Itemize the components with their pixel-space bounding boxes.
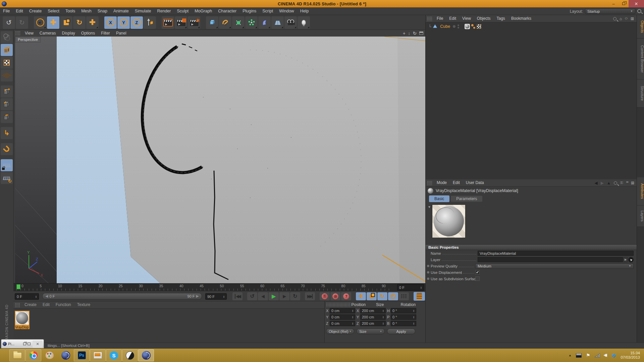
menu-edit[interactable]: Edit	[13, 7, 26, 15]
record-rotation-button[interactable]: ↻	[377, 292, 387, 300]
material-name[interactable]: VrayDisp	[15, 325, 30, 329]
axis-mode-button[interactable]: ↳	[1, 127, 13, 139]
anim-dot-icon[interactable]	[427, 265, 429, 267]
viewport-canvas[interactable]: Perspective	[15, 37, 426, 284]
frame-field-spinner[interactable]: 0 F ▲▼	[15, 293, 39, 300]
end-frame-spinner[interactable]: 90 F ▲▼	[205, 293, 227, 300]
taskbar-mail-button[interactable]	[90, 349, 106, 361]
object-row-cube[interactable]: └ Cube	[426, 23, 637, 30]
am-menu-userdata[interactable]: User Data	[463, 179, 487, 187]
add-array-button[interactable]	[245, 16, 258, 29]
search-icon[interactable]	[614, 181, 617, 185]
vp-menu-cameras[interactable]: Cameras	[37, 30, 59, 37]
dock-grip-icon[interactable]	[15, 303, 20, 307]
record-scale-button[interactable]	[367, 292, 377, 300]
taskbar-paint-button[interactable]	[42, 349, 57, 361]
path-icon[interactable]: ⬭	[625, 17, 628, 20]
size-z-input[interactable]: 200 cm▲▼	[360, 321, 386, 326]
menu-sculpt[interactable]: Sculpt	[174, 7, 192, 15]
lock-workplane-button[interactable]	[1, 159, 13, 171]
editor-visibility-dot[interactable]	[453, 25, 455, 28]
workplane-rotate-button[interactable]: ↻	[1, 172, 13, 184]
add-deformer-button[interactable]	[258, 16, 271, 29]
tab-attributes[interactable]: Attributes	[637, 177, 644, 205]
mini-maximize-icon[interactable]	[28, 343, 31, 345]
dock-grip-icon[interactable]	[15, 31, 20, 36]
use-subdivision-checkbox[interactable]	[475, 277, 480, 281]
layer-browse-icon[interactable]: ▶	[624, 257, 628, 262]
last-tool-button[interactable]: ✚	[86, 16, 99, 29]
menu-plugins[interactable]: Plugins	[239, 7, 259, 15]
prev-key-button[interactable]: ↺	[247, 292, 257, 300]
anim-dot-icon[interactable]	[427, 278, 429, 280]
search-icon[interactable]	[637, 9, 641, 13]
vp-menu-display[interactable]: Display	[59, 30, 78, 37]
tab-structure[interactable]: Structure	[637, 79, 644, 108]
render-settings-button[interactable]: ✱	[188, 16, 200, 29]
range-right-arrow-icon[interactable]: ▶	[196, 294, 199, 298]
search-icon[interactable]	[613, 17, 616, 20]
scale-tool-button[interactable]	[60, 16, 72, 29]
tab-parameters[interactable]: Parameters	[450, 195, 483, 202]
zoom-view-icon[interactable]: ↕	[408, 31, 411, 36]
record-pla-button[interactable]	[399, 292, 409, 300]
dock-grip-icon[interactable]	[427, 181, 432, 185]
mm-menu-create[interactable]: Create	[21, 301, 40, 309]
material-tag-icon[interactable]	[465, 24, 470, 29]
dock-grip-icon[interactable]	[326, 302, 351, 307]
record-parameter-button[interactable]: P	[388, 292, 398, 300]
menu-character[interactable]: Character	[215, 7, 239, 15]
up-arrow-icon[interactable]: ▲	[607, 181, 611, 185]
tab-content-browser[interactable]: Content Browser	[637, 39, 644, 79]
dock-grip-icon[interactable]	[427, 16, 432, 21]
object-name[interactable]: Cube	[439, 24, 451, 29]
volume-icon[interactable]	[604, 354, 607, 357]
timeline-range-scrollbar[interactable]: ◀ 0 F 90 F ▶	[42, 293, 202, 300]
position-x-input[interactable]: 0 cm▲▼	[330, 308, 355, 313]
make-editable-button[interactable]	[1, 31, 13, 43]
size-mode-dropdown[interactable]: Size▼	[357, 328, 385, 334]
taskbar-chrome-button[interactable]	[25, 349, 41, 361]
menu-help[interactable]: Help	[297, 7, 312, 15]
mini-close-icon[interactable]: ✕	[33, 341, 43, 348]
network-signal-icon[interactable]	[595, 353, 600, 358]
use-displacement-checkbox[interactable]: ✔	[475, 270, 480, 275]
link-dots-icon[interactable]: °°	[626, 181, 628, 185]
keyframe-selection-button[interactable]: ?	[341, 292, 351, 300]
pan-view-icon[interactable]: +	[403, 31, 406, 36]
om-menu-edit[interactable]: Edit	[446, 15, 459, 22]
menu-select[interactable]: Select	[45, 7, 62, 15]
taskbar-swirl-app-button[interactable]	[122, 349, 138, 361]
mm-menu-edit[interactable]: Edit	[40, 301, 53, 309]
displacement-tag-icon[interactable]	[477, 24, 481, 29]
lock-y-axis-button[interactable]: Y	[117, 16, 130, 29]
menu-window[interactable]: Window	[276, 7, 297, 15]
lock-x-axis-button[interactable]: X	[104, 16, 117, 29]
goto-end-button[interactable]: ▶▶	[305, 292, 315, 300]
menu-tools[interactable]: Tools	[62, 7, 78, 15]
history-forward-icon[interactable]: ▶	[601, 181, 604, 185]
texture-mode-button[interactable]	[1, 57, 13, 69]
layer-field[interactable]	[478, 257, 623, 262]
size-x-input[interactable]: 200 cm▲▼	[360, 308, 386, 313]
rotation-h-input[interactable]: 0 °▲▼	[391, 308, 416, 313]
lock-z-axis-button[interactable]: Z	[130, 16, 143, 29]
add-camera-button[interactable]	[284, 16, 297, 29]
tray-expand-icon[interactable]: ▲	[569, 354, 572, 357]
menu-animate[interactable]: Animate	[110, 7, 132, 15]
collapse-caret-icon[interactable]: ▼	[428, 205, 431, 243]
points-mode-button[interactable]	[1, 85, 13, 98]
mm-menu-function[interactable]: Function	[53, 301, 74, 309]
taskbar-explorer-button[interactable]	[9, 349, 25, 361]
mini-restore-icon[interactable]	[23, 343, 26, 345]
timeline-ruler[interactable]: 051015202530354045505560657075808590	[13, 284, 396, 291]
home-icon[interactable]: ⌂	[620, 16, 622, 21]
action-center-flag-icon[interactable]: ⚑	[586, 353, 590, 358]
viewport-camera-label[interactable]: Perspective	[15, 37, 41, 43]
menu-simulate[interactable]: Simulate	[132, 7, 154, 15]
minimize-button[interactable]: –	[608, 0, 619, 7]
coordinate-system-button[interactable]	[144, 16, 156, 29]
new-panel-icon[interactable]: ⊞	[631, 16, 634, 21]
om-menu-file[interactable]: File	[434, 15, 446, 22]
om-menu-view[interactable]: View	[459, 15, 474, 22]
